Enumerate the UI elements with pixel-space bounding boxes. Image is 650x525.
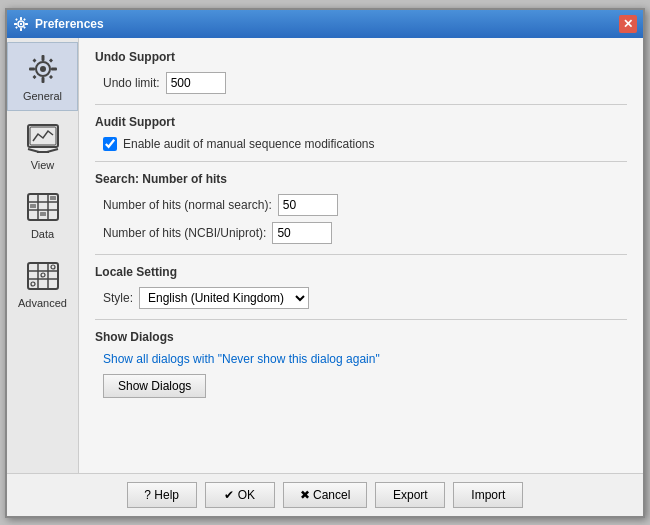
cancel-button[interactable]: ✖ Cancel: [283, 482, 368, 508]
undo-limit-row: Undo limit:: [95, 72, 627, 94]
audit-checkbox-row: Enable audit of manual sequence modifica…: [95, 137, 627, 151]
svg-rect-20: [28, 125, 58, 147]
ncbi-hits-input[interactable]: [272, 222, 332, 244]
sidebar-general-label: General: [23, 90, 62, 102]
svg-rect-33: [28, 263, 58, 289]
audit-checkbox-label: Enable audit of manual sequence modifica…: [123, 137, 375, 151]
locale-style-select[interactable]: English (United Kingdom) English (United…: [139, 287, 309, 309]
help-button[interactable]: ? Help: [127, 482, 197, 508]
sidebar-item-general[interactable]: General: [7, 42, 78, 111]
svg-rect-16: [32, 58, 36, 62]
preferences-dialog: Preferences ✕: [5, 8, 645, 518]
svg-rect-13: [41, 77, 44, 83]
svg-point-11: [40, 66, 46, 72]
title-bar: Preferences ✕: [7, 10, 643, 38]
ncbi-hits-row: Number of hits (NCBI/Uniprot):: [95, 222, 627, 244]
svg-rect-12: [41, 55, 44, 61]
export-button[interactable]: Export: [375, 482, 445, 508]
normal-hits-label: Number of hits (normal search):: [103, 198, 272, 212]
svg-rect-31: [40, 212, 46, 216]
sidebar: General View: [7, 38, 79, 473]
show-dialogs-text-prefix: Show all dialogs with: [103, 352, 218, 366]
show-dialogs-description: Show all dialogs with "Never show this d…: [95, 352, 627, 366]
svg-rect-15: [51, 67, 57, 70]
svg-rect-5: [25, 23, 28, 25]
undo-limit-input[interactable]: [166, 72, 226, 94]
locale-setting-title: Locale Setting: [95, 265, 627, 279]
sidebar-data-label: Data: [31, 228, 54, 240]
divider-3: [95, 254, 627, 255]
locale-style-row: Style: English (United Kingdom) English …: [95, 287, 627, 309]
advanced-icon: [25, 258, 61, 294]
svg-rect-4: [14, 23, 17, 25]
svg-point-38: [31, 282, 35, 286]
show-dialogs-link-text: "Never show this dialog again": [218, 352, 380, 366]
sidebar-item-advanced[interactable]: Advanced: [7, 249, 78, 318]
undo-limit-label: Undo limit:: [103, 76, 160, 90]
svg-rect-2: [20, 17, 22, 20]
sidebar-view-label: View: [31, 159, 55, 171]
title-icon: [13, 16, 29, 32]
undo-support-title: Undo Support: [95, 50, 627, 64]
audit-support-title: Audit Support: [95, 115, 627, 129]
divider-2: [95, 161, 627, 162]
normal-hits-input[interactable]: [278, 194, 338, 216]
svg-rect-19: [32, 74, 36, 78]
close-button[interactable]: ✕: [619, 15, 637, 33]
svg-rect-8: [23, 18, 26, 21]
svg-rect-6: [15, 18, 18, 21]
import-button[interactable]: Import: [453, 482, 523, 508]
svg-rect-18: [48, 58, 52, 62]
svg-rect-14: [29, 67, 35, 70]
divider-1: [95, 104, 627, 105]
normal-hits-row: Number of hits (normal search):: [95, 194, 627, 216]
title-text: Preferences: [35, 17, 104, 31]
svg-point-1: [20, 22, 22, 24]
ncbi-hits-label: Number of hits (NCBI/Uniprot):: [103, 226, 266, 240]
sidebar-item-data[interactable]: Data: [7, 180, 78, 249]
svg-point-40: [51, 265, 55, 269]
search-hits-title: Search: Number of hits: [95, 172, 627, 186]
show-dialogs-title: Show Dialogs: [95, 330, 627, 344]
sidebar-item-view[interactable]: View: [7, 111, 78, 180]
sidebar-advanced-label: Advanced: [18, 297, 67, 309]
svg-rect-32: [50, 196, 56, 200]
data-icon: [25, 189, 61, 225]
divider-4: [95, 319, 627, 320]
svg-rect-17: [48, 74, 52, 78]
main-content: Undo Support Undo limit: Audit Support E…: [79, 38, 643, 473]
view-icon: [25, 120, 61, 156]
show-dialogs-button[interactable]: Show Dialogs: [103, 374, 206, 398]
audit-checkbox[interactable]: [103, 137, 117, 151]
title-bar-left: Preferences: [13, 16, 104, 32]
footer: ? Help ✔ OK ✖ Cancel Export Import: [7, 473, 643, 516]
svg-rect-3: [20, 28, 22, 31]
svg-rect-9: [15, 26, 18, 29]
svg-rect-21: [30, 127, 56, 145]
locale-style-label: Style:: [103, 291, 133, 305]
general-icon: [25, 51, 61, 87]
content-area: General View: [7, 38, 643, 473]
svg-point-39: [41, 273, 45, 277]
svg-rect-30: [30, 204, 36, 208]
ok-button[interactable]: ✔ OK: [205, 482, 275, 508]
